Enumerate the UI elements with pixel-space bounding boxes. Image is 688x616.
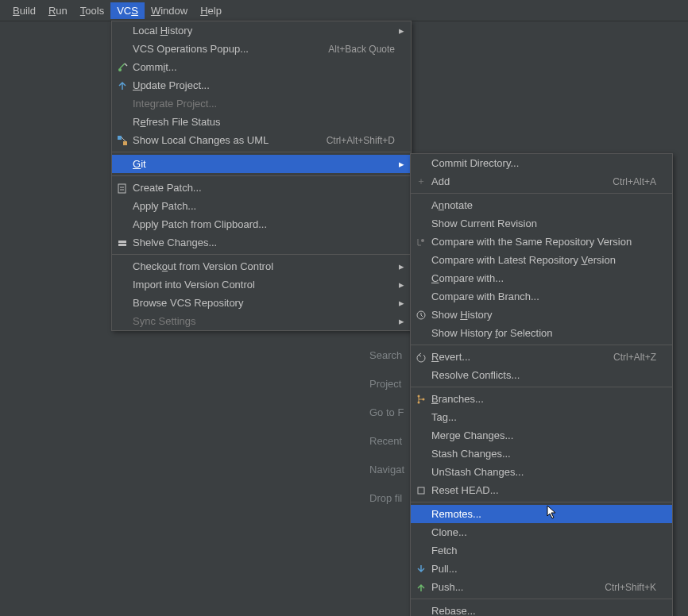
git-rebase[interactable]: Rebase... — [411, 602, 672, 616]
svg-rect-1 — [118, 136, 122, 140]
add-icon: ＋ — [414, 175, 428, 188]
vcs-sync-settings: Sync Settings▸ — [112, 312, 411, 330]
separator — [411, 599, 672, 599]
svg-rect-2 — [123, 141, 127, 145]
vcs-integrate: Integrate Project... — [112, 94, 411, 113]
git-show-history-selection[interactable]: Show History for Selection — [411, 324, 672, 342]
separator — [411, 345, 672, 345]
svg-rect-4 — [118, 241, 126, 243]
git-stash[interactable]: Stash Changes... — [411, 445, 672, 463]
menu-vcs[interactable]: VCS — [110, 2, 145, 19]
git-merge[interactable]: Merge Changes... — [411, 426, 672, 445]
vcs-commit[interactable]: Commit... — [112, 58, 411, 76]
history-icon — [414, 310, 428, 321]
git-commit-directory[interactable]: Commit Directory... — [411, 154, 672, 172]
commit-icon — [115, 62, 129, 73]
git-compare-latest[interactable]: Compare with Latest Repository Version — [411, 251, 672, 269]
git-add[interactable]: ＋AddCtrl+Alt+A — [411, 172, 672, 191]
git-tag[interactable]: Tag... — [411, 408, 672, 426]
revert-icon — [414, 352, 428, 363]
branch-icon — [414, 394, 428, 405]
git-show-current-revision[interactable]: Show Current Revision — [411, 214, 672, 233]
git-unstash[interactable]: UnStash Changes... — [411, 463, 672, 481]
vcs-refresh[interactable]: Refresh File Status — [112, 113, 411, 131]
vcs-git[interactable]: Git▸ — [112, 155, 411, 173]
push-icon — [414, 582, 428, 593]
vcs-apply-patch[interactable]: Apply Patch... — [112, 197, 411, 215]
git-annotate[interactable]: Annotate — [411, 196, 672, 214]
svg-point-0 — [118, 68, 122, 71]
git-fetch[interactable]: Fetch — [411, 541, 672, 560]
git-pull[interactable]: Pull... — [411, 560, 672, 578]
vcs-browse[interactable]: Browse VCS Repository▸ — [112, 294, 411, 312]
git-compare-branch[interactable]: Compare with Branch... — [411, 287, 672, 306]
git-branches[interactable]: Branches... — [411, 390, 672, 408]
git-push[interactable]: Push...Ctrl+Shift+K — [411, 578, 672, 596]
uml-icon — [115, 135, 129, 146]
git-reset-head[interactable]: Reset HEAD... — [411, 481, 672, 499]
menubar: Build Run Tools VCS Window Help — [0, 0, 688, 21]
separator — [112, 254, 411, 255]
separator — [411, 387, 672, 387]
git-remotes[interactable]: Remotes... — [411, 505, 672, 523]
patch-icon — [115, 183, 129, 194]
git-resolve-conflicts[interactable]: Resolve Conflicts... — [411, 366, 672, 384]
vcs-local-history[interactable]: Local History▸ — [112, 21, 411, 40]
git-submenu: Commit Directory... ＋AddCtrl+Alt+A Annot… — [410, 153, 673, 616]
menu-help[interactable]: Help — [194, 2, 228, 19]
git-show-history[interactable]: Show History — [411, 306, 672, 324]
git-clone[interactable]: Clone... — [411, 523, 672, 541]
svg-point-6 — [421, 239, 424, 242]
vcs-create-patch[interactable]: Create Patch... — [112, 179, 411, 197]
git-compare-with[interactable]: Compare with... — [411, 269, 672, 287]
welcome-hints: Search Project Go to F Recent Navigat Dr… — [369, 341, 404, 513]
pull-icon — [414, 564, 428, 575]
menu-tools[interactable]: Tools — [74, 2, 110, 19]
vcs-checkout[interactable]: Checkout from Version Control▸ — [112, 257, 411, 275]
vcs-apply-patch-clipboard[interactable]: Apply Patch from Clipboard... — [112, 215, 411, 233]
menu-run[interactable]: Run — [42, 2, 74, 19]
vcs-shelve[interactable]: Shelve Changes... — [112, 233, 411, 252]
svg-rect-3 — [118, 184, 126, 193]
vcs-ops-popup[interactable]: VCS Operations Popup...Alt+Back Quote — [112, 40, 411, 58]
menu-build[interactable]: Build — [6, 2, 42, 19]
svg-rect-5 — [118, 244, 126, 246]
git-compare-same[interactable]: Compare with the Same Repository Version — [411, 233, 672, 251]
vcs-import[interactable]: Import into Version Control▸ — [112, 275, 411, 294]
separator — [411, 193, 672, 194]
vcs-update[interactable]: Update Project... — [112, 76, 411, 94]
shelve-icon — [115, 237, 129, 248]
diff-icon — [414, 237, 428, 248]
menu-window[interactable]: Window — [145, 2, 194, 19]
svg-rect-11 — [418, 487, 424, 494]
separator — [411, 502, 672, 502]
separator — [112, 152, 411, 152]
git-revert[interactable]: Revert...Ctrl+Alt+Z — [411, 348, 672, 366]
separator — [112, 175, 411, 176]
vcs-menu: Local History▸ VCS Operations Popup...Al… — [111, 21, 412, 331]
reset-icon — [414, 485, 428, 496]
vcs-local-changes-uml[interactable]: Show Local Changes as UMLCtrl+Alt+Shift+… — [112, 131, 411, 149]
update-icon — [115, 80, 129, 91]
